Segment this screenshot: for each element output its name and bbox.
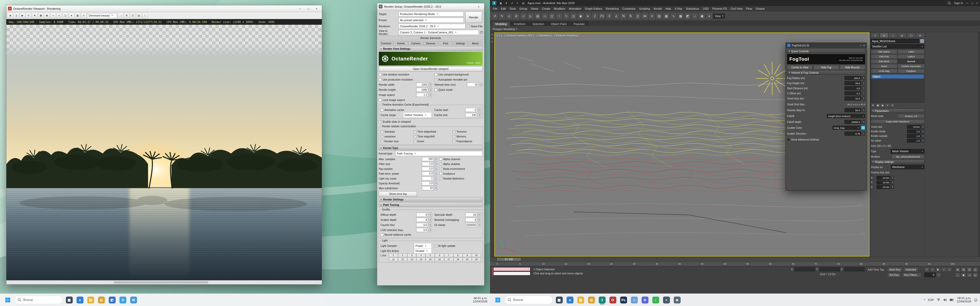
- quality-param-field[interactable]: 8: [416, 212, 428, 217]
- task-view-app[interactable]: ▦: [554, 295, 564, 305]
- ribbon-tab[interactable]: Populate: [570, 22, 588, 26]
- menu-item[interactable]: File: [491, 6, 499, 11]
- orbit-icon[interactable]: ◉: [961, 273, 966, 277]
- fog-param-field[interactable]: 10.0: [845, 97, 861, 100]
- task-view-app[interactable]: ▦: [64, 295, 74, 305]
- viewport-menu-shading[interactable]: [ Default Shading ]: [554, 34, 579, 37]
- percent-snap-icon[interactable]: %: [620, 13, 627, 19]
- ribbon-tab[interactable]: Freeform: [511, 22, 529, 26]
- hierarchy-tab-icon[interactable]: ⌂: [889, 33, 897, 38]
- 3dsmax-app[interactable]: 3: [597, 295, 607, 305]
- show-advanced-settings-checkbox[interactable]: [787, 138, 790, 141]
- renderer-select[interactable]: OctaneRender 2026.2 - 26.5: [398, 24, 466, 29]
- undo-icon[interactable]: ↺: [492, 13, 498, 19]
- display-tab-icon[interactable]: ▢: [907, 33, 915, 38]
- go-to-start-button[interactable]: «: [924, 267, 929, 272]
- scatter-color-select[interactable]: Octa_Day: [832, 126, 860, 130]
- rendered-image[interactable]: [6, 25, 322, 280]
- kernel-checkbox[interactable]: ✓: [439, 177, 442, 180]
- dummy-size-field[interactable]: 10.0m: [877, 181, 891, 184]
- path-tracing-rollout[interactable]: Path Tracing: [379, 203, 483, 207]
- light-ids-action-select[interactable]: Disable: [414, 249, 432, 253]
- dummy-size-field[interactable]: 10.0m: [877, 185, 891, 189]
- render-setup-tab[interactable]: Post: [438, 41, 453, 46]
- motion-tab-icon[interactable]: ◎: [898, 33, 907, 38]
- priority-icon[interactable]: ≡: [81, 13, 86, 18]
- reference-coordinate-select[interactable]: View: [713, 14, 725, 19]
- select-object-icon[interactable]: ▷: [527, 13, 534, 19]
- use-production-resolution-checkbox[interactable]: [379, 78, 382, 81]
- volume-param-field[interactable]: 1.0: [907, 139, 921, 143]
- zoom-region-icon[interactable]: ◰: [973, 267, 978, 272]
- light-id-toggle[interactable]: 4: [417, 254, 425, 257]
- refresh-time-field[interactable]: 30: [467, 82, 479, 87]
- menu-item[interactable]: Group: [517, 6, 529, 11]
- snap-toggle-3d-icon[interactable]: 3: [606, 13, 612, 19]
- scene-explorer-icon[interactable]: ▤: [656, 13, 662, 19]
- start-button[interactable]: [3, 295, 13, 305]
- neural-radiance-cache-checkbox[interactable]: [380, 233, 383, 236]
- menu-item[interactable]: Create: [540, 6, 552, 11]
- light-id-toggle[interactable]: 18: [453, 258, 463, 261]
- display-settings-rollout[interactable]: Display settings: [871, 160, 924, 164]
- horizontal-scrollbar[interactable]: [114, 281, 208, 284]
- quality-param-field[interactable]: 0.0: [416, 223, 428, 227]
- time-slider-handle[interactable]: 0 / 100: [496, 258, 521, 261]
- volume-type-select[interactable]: Mesh Volume: [891, 149, 924, 154]
- schematic-view-icon[interactable]: ▩: [677, 13, 684, 19]
- menu-item[interactable]: Civil View: [729, 6, 744, 11]
- preset-select[interactable]: No preset selected: [398, 17, 464, 23]
- chrome-app[interactable]: ◎: [97, 295, 106, 305]
- falloff-select[interactable]: Height (from bottom): [827, 114, 865, 118]
- sign-in-button[interactable]: Sign In: [954, 2, 963, 5]
- save-image-icon[interactable]: ▼: [32, 13, 38, 18]
- chrome-app[interactable]: ◎: [587, 295, 596, 305]
- previous-frame-button[interactable]: ‹: [930, 267, 935, 272]
- render-setup-tab[interactable]: Camera: [409, 41, 423, 46]
- photos-app[interactable]: ◩: [107, 295, 117, 305]
- light-id-toggle[interactable]: 17: [444, 258, 453, 261]
- save-file-checkbox[interactable]: ✓: [467, 25, 469, 27]
- clay-mode-icon[interactable]: ●: [68, 13, 74, 18]
- subsample-icon[interactable]: ▦: [75, 13, 80, 18]
- zoom-icon[interactable]: ⊕: [955, 267, 960, 272]
- pause-render-icon[interactable]: ∥: [14, 13, 19, 18]
- render-setup-titlebar[interactable]: R Render Setup: OctaneRender 2026.2 - 26…: [377, 3, 484, 10]
- dummy-size-field[interactable]: 10.0m: [877, 176, 891, 180]
- octane-app[interactable]: O: [608, 295, 617, 305]
- hide-bounds-button[interactable]: Hide Bounds: [840, 65, 865, 70]
- menu-item[interactable]: Tools: [508, 6, 518, 11]
- fog-param-field[interactable]: 0.0: [845, 91, 861, 95]
- stat-checkbox[interactable]: ✓: [380, 140, 383, 143]
- light-id-toggle[interactable]: 1: [389, 254, 398, 257]
- light-id-toggle[interactable]: 15: [426, 258, 434, 261]
- autoupdate-movable-checkbox[interactable]: ✓: [434, 78, 437, 81]
- light-id-toggle[interactable]: 10: [472, 254, 481, 257]
- region-render-icon[interactable]: ▭: [56, 13, 62, 18]
- use-pivot-center-icon[interactable]: ◉: [577, 13, 584, 19]
- light-id-toggle[interactable]: 6: [435, 254, 444, 257]
- close-icon[interactable]: ×: [313, 6, 320, 11]
- cache-end-field[interactable]: 100: [465, 113, 477, 117]
- fit-view-icon[interactable]: ⊡: [130, 13, 135, 18]
- quick-mode-checkbox[interactable]: [434, 89, 437, 91]
- stat-checkbox[interactable]: ✓: [380, 135, 383, 138]
- render-width-field[interactable]: 1200: [416, 82, 428, 87]
- snap-toggle-25d-icon[interactable]: 2½: [599, 13, 605, 19]
- light-id-toggle[interactable]: 12: [398, 258, 407, 261]
- falloff-depth-field[interactable]: 10000.0: [845, 120, 861, 124]
- go-to-end-button[interactable]: »: [947, 267, 952, 272]
- render-button[interactable]: Render: [465, 11, 482, 23]
- make-unique-icon[interactable]: ◆: [880, 103, 885, 107]
- modify-tab-icon[interactable]: ∿: [880, 33, 888, 38]
- modifier-list-select[interactable]: Modifier List: [871, 44, 924, 49]
- info-icon[interactable]: i: [142, 13, 148, 18]
- light-id-toggle[interactable]: 7: [444, 254, 453, 257]
- render-setup-icon[interactable]: ☼: [692, 13, 698, 19]
- material-picker-icon[interactable]: +: [50, 13, 56, 18]
- modifier-button[interactable]: Edit Mesh: [871, 59, 897, 63]
- volume-fog-controls-rollout[interactable]: Volume & Fog Controls: [787, 70, 865, 75]
- ribbon-tab[interactable]: Selection: [529, 22, 547, 26]
- unlink-icon[interactable]: ⊘: [513, 13, 520, 19]
- stat-checkbox[interactable]: ✓: [414, 140, 416, 143]
